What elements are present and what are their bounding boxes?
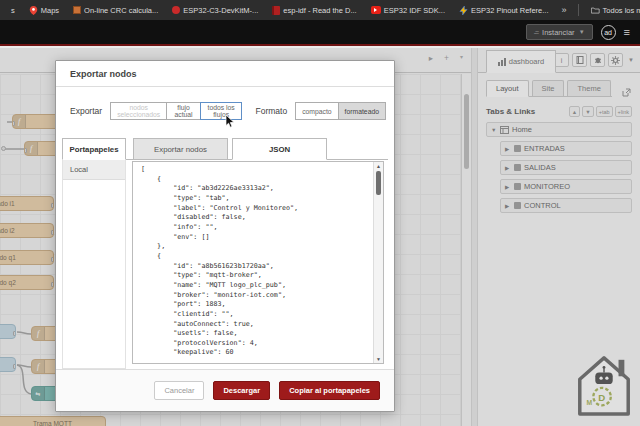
bookmark-label: Maps <box>41 6 59 15</box>
bookmark-idf-sdk[interactable]: ESP32 IDF SDK... <box>366 4 450 17</box>
format-label: Formato <box>255 106 287 116</box>
bookmark-pinout[interactable]: ESP32 Pinout Refere... <box>454 4 554 17</box>
json-scrollbar[interactable]: ▲ ▼ <box>373 162 383 363</box>
bookmark-partial[interactable]: s <box>6 4 20 17</box>
instance-button-label: Instanciar <box>542 28 575 37</box>
node-icon: -= <box>534 29 538 36</box>
bookmark-label: On-line CRC calcula... <box>84 6 158 15</box>
screen: s Maps On-line CRC calcula... ESP32-C3-D… <box>0 0 640 426</box>
download-button[interactable]: Descargar <box>213 381 270 400</box>
avatar[interactable]: ad <box>601 25 616 40</box>
bookmarks-bar: s Maps On-line CRC calcula... ESP32-C3-D… <box>0 0 640 20</box>
export-target-list: Local <box>62 160 126 369</box>
bookmark-label: s <box>11 6 15 15</box>
bookmark-label: ESP32 IDF SDK... <box>384 6 445 15</box>
bookmarks-right-group: Todos los marcadores <box>575 4 640 17</box>
bookmark-crc[interactable]: On-line CRC calcula... <box>68 4 163 17</box>
docs-icon <box>272 6 280 15</box>
instance-button[interactable]: -= Instanciar ▼ <box>526 24 593 40</box>
lightning-icon <box>459 6 468 15</box>
export-option-all-flows[interactable]: todos los flujos <box>200 102 243 120</box>
bookmarks-overflow-chevron[interactable]: » <box>558 5 571 15</box>
json-editor[interactable]: [ { "id": "ab3d2226ae3313a2", "type": "t… <box>132 161 384 364</box>
tab-local[interactable]: Local <box>63 160 125 180</box>
folder-icon <box>591 6 600 15</box>
avatar-initials: ad <box>604 29 612 36</box>
export-option-selected-nodes[interactable]: nodos seleccionados <box>110 102 167 120</box>
tab-clipboard[interactable]: Portapapeles <box>62 138 126 160</box>
app-header: -= Instanciar ▼ ad ≡ <box>0 20 640 46</box>
export-dialog: Exportar nodos Exportar nodos selecciona… <box>55 60 395 412</box>
bookmark-esp-idf[interactable]: esp-idf - Read the D... <box>267 4 361 17</box>
json-scrollbar-thumb[interactable] <box>376 171 381 195</box>
dialog-title: Exportar nodos <box>56 61 394 87</box>
format-option-formatted[interactable]: formateado <box>338 102 386 120</box>
dialog-footer: Cancelar Descargar Copiar al portapapele… <box>56 369 394 411</box>
cancel-button[interactable]: Cancelar <box>154 381 204 400</box>
all-bookmarks-button[interactable]: Todos los marcadores <box>586 4 640 17</box>
menu-icon[interactable]: ≡ <box>624 27 630 37</box>
map-pin-icon <box>29 6 38 15</box>
export-label: Exportar <box>70 106 102 116</box>
scroll-down-icon[interactable]: ▼ <box>374 355 383 363</box>
all-bookmarks-label: Todos los marcadores <box>603 6 640 15</box>
tab-export-nodes[interactable]: Exportar nodos <box>133 138 228 160</box>
tab-json[interactable]: JSON <box>232 138 327 160</box>
youtube-icon <box>371 6 381 14</box>
format-option-compact[interactable]: compacto <box>295 102 338 120</box>
mouse-cursor <box>225 115 236 128</box>
crc-icon <box>73 6 81 14</box>
bookmark-label: ESP32-C3-DevKitM-... <box>183 6 258 15</box>
bookmark-label: esp-idf - Read the D... <box>283 6 356 15</box>
json-content[interactable]: [ { "id": "ab3d2226ae3313a2", "type": "t… <box>133 162 373 363</box>
bookmark-label: ESP32 Pinout Refere... <box>471 6 549 15</box>
bookmarks-separator <box>578 4 579 16</box>
scroll-up-icon[interactable]: ▲ <box>374 162 383 170</box>
copy-to-clipboard-button[interactable]: Copiar al portapapeles <box>279 381 380 400</box>
bookmark-maps[interactable]: Maps <box>24 4 64 17</box>
chevron-down-icon: ▼ <box>579 29 585 35</box>
export-option-current-flow[interactable]: flujo actual <box>166 102 201 120</box>
bookmark-esp32-devkit[interactable]: ESP32-C3-DevKitM-... <box>167 4 263 17</box>
red-dot-icon <box>172 6 180 14</box>
